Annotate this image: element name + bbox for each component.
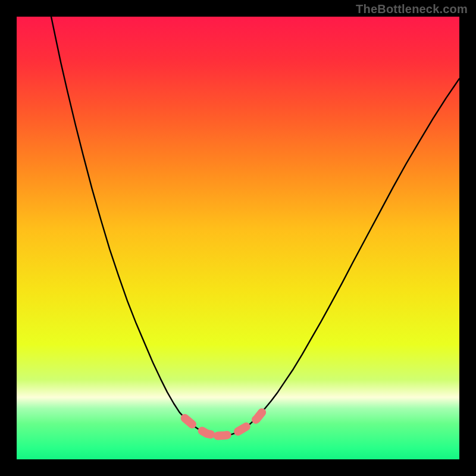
watermark-label: TheBottleneck.com (356, 2, 468, 16)
plot-area (17, 17, 459, 459)
optimal-range-segment (218, 434, 232, 436)
gradient-background (17, 17, 459, 459)
chart-frame: TheBottleneck.com (0, 0, 476, 476)
chart-svg (17, 17, 459, 459)
